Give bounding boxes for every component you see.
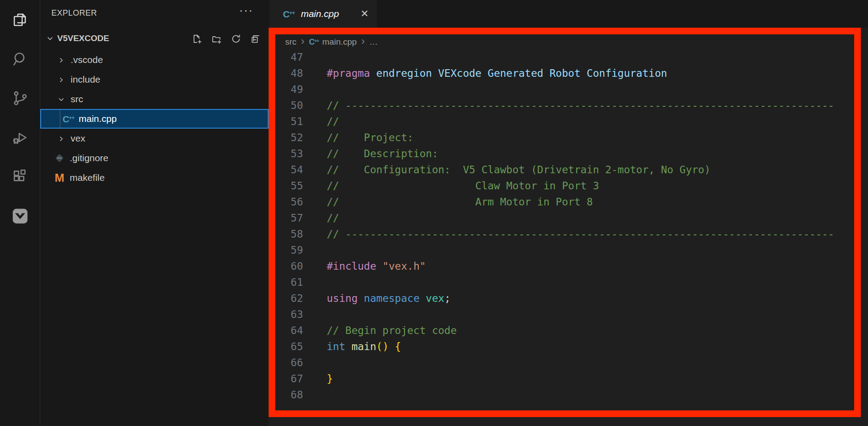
code-line-62[interactable]: 62using namespace vex; bbox=[275, 290, 854, 306]
code-line-64[interactable]: 64// Begin project code bbox=[275, 322, 854, 338]
cpp-file-icon: C++ bbox=[63, 114, 74, 124]
file-tree: .vscodeincludesrcC++main.cppvex.gitignor… bbox=[40, 50, 269, 188]
vscode-window: EXPLORER ··· V5VEXCODE .vscodeincludesrc… bbox=[0, 0, 868, 426]
tab-label: main.cpp bbox=[301, 8, 339, 19]
source-control-icon[interactable] bbox=[0, 79, 40, 118]
new-folder-icon[interactable] bbox=[211, 33, 222, 45]
code-line-49[interactable]: 49 bbox=[275, 81, 854, 97]
code-line-63[interactable]: 63 bbox=[275, 306, 854, 322]
line-number: 63 bbox=[275, 306, 303, 322]
code-line-53[interactable]: 53// Description: bbox=[275, 146, 854, 162]
code-text: // bbox=[327, 113, 339, 129]
activity-bar bbox=[0, 0, 40, 426]
code-line-56[interactable]: 56// Arm Motor in Port 8 bbox=[275, 194, 854, 210]
tree-item-makefile[interactable]: Mmakefile bbox=[40, 168, 269, 188]
makefile-icon: M bbox=[54, 172, 65, 184]
line-number: 67 bbox=[275, 371, 303, 387]
line-number: 51 bbox=[275, 113, 303, 129]
workspace-section-row[interactable]: V5VEXCODE bbox=[40, 29, 269, 48]
annotation-rectangle: src › C++ main.cpp › … 4748#pragma endre… bbox=[269, 28, 861, 417]
git-file-icon bbox=[54, 152, 65, 164]
run-debug-icon[interactable] bbox=[0, 118, 40, 157]
line-number: 65 bbox=[275, 338, 303, 355]
code-line-59[interactable]: 59 bbox=[275, 242, 854, 258]
files-icon[interactable] bbox=[0, 0, 40, 39]
line-number: 62 bbox=[275, 290, 303, 306]
line-number: 59 bbox=[275, 242, 303, 258]
chevron-right-icon bbox=[57, 134, 65, 142]
line-number: 49 bbox=[275, 81, 303, 97]
code-line-50[interactable]: 50// -----------------------------------… bbox=[275, 97, 854, 113]
code-line-48[interactable]: 48#pragma endregion VEXcode Generated Ro… bbox=[275, 65, 854, 81]
tree-item-vex[interactable]: vex bbox=[40, 129, 269, 148]
code-text: #include "vex.h" bbox=[327, 258, 426, 274]
indent-guide bbox=[60, 110, 60, 128]
collapse-folders-icon[interactable] bbox=[250, 33, 261, 45]
line-number: 53 bbox=[275, 146, 303, 162]
chevron-right-icon: › bbox=[361, 36, 365, 46]
explorer-title: EXPLORER bbox=[51, 8, 97, 18]
tree-item-src[interactable]: src bbox=[40, 89, 269, 109]
breadcrumb: src › C++ main.cpp › … bbox=[275, 34, 854, 49]
code-line-61[interactable]: 61 bbox=[275, 274, 854, 290]
search-icon[interactable] bbox=[0, 39, 40, 79]
vex-extension-icon[interactable] bbox=[0, 196, 40, 236]
line-number: 47 bbox=[275, 49, 303, 65]
close-tab-icon[interactable]: ✕ bbox=[361, 8, 369, 20]
chevron-down-icon bbox=[57, 95, 65, 103]
tree-item-label: makefile bbox=[70, 172, 105, 183]
code-text: // Description: bbox=[327, 146, 438, 162]
tree-item-label: src bbox=[71, 94, 83, 104]
more-actions-icon[interactable]: ··· bbox=[239, 4, 253, 17]
code-line-57[interactable]: 57// bbox=[275, 210, 854, 226]
code-line-68[interactable]: 68 bbox=[275, 387, 854, 403]
code-text: #pragma endregion VEXcode Generated Robo… bbox=[327, 65, 667, 81]
code-line-58[interactable]: 58// -----------------------------------… bbox=[275, 226, 854, 242]
code-text: // -------------------------------------… bbox=[327, 97, 834, 113]
tree-item-main-cpp[interactable]: C++main.cpp bbox=[40, 109, 269, 129]
tab-strip: C++ main.cpp ✕ bbox=[269, 0, 868, 28]
code-line-54[interactable]: 54// Configuration: V5 Clawbot (Drivetra… bbox=[275, 162, 854, 178]
line-number: 52 bbox=[275, 129, 303, 146]
code-text: int main() { bbox=[327, 338, 401, 355]
tab-main-cpp[interactable]: C++ main.cpp ✕ bbox=[270, 0, 377, 28]
explorer-header: EXPLORER ··· bbox=[40, 6, 269, 21]
tree-item-gitignore[interactable]: .gitignore bbox=[40, 148, 269, 168]
breadcrumb-folder[interactable]: src bbox=[285, 37, 296, 47]
code-line-65[interactable]: 65int main() { bbox=[275, 338, 854, 355]
code-editor[interactable]: 4748#pragma endregion VEXcode Generated … bbox=[275, 49, 854, 410]
breadcrumb-file[interactable]: main.cpp bbox=[322, 37, 357, 47]
breadcrumb-symbol[interactable]: … bbox=[369, 37, 378, 47]
code-text: // Arm Motor in Port 8 bbox=[327, 194, 593, 210]
line-number: 66 bbox=[275, 355, 303, 371]
chevron-right-icon bbox=[57, 56, 65, 64]
line-number: 58 bbox=[275, 226, 303, 242]
code-line-67[interactable]: 67} bbox=[275, 371, 854, 387]
tree-item-label: include bbox=[71, 74, 101, 85]
code-line-55[interactable]: 55// Claw Motor in Port 3 bbox=[275, 178, 854, 194]
line-number: 56 bbox=[275, 194, 303, 210]
code-line-47[interactable]: 47 bbox=[275, 49, 854, 65]
refresh-explorer-icon[interactable] bbox=[230, 33, 242, 45]
code-line-51[interactable]: 51// bbox=[275, 113, 854, 129]
line-number: 68 bbox=[275, 387, 303, 403]
chevron-right-icon: › bbox=[301, 36, 304, 46]
code-text: // -------------------------------------… bbox=[327, 226, 834, 242]
tree-item-label: vex bbox=[71, 133, 85, 144]
chevron-right-icon bbox=[57, 75, 65, 84]
tree-item-vscode[interactable]: .vscode bbox=[40, 50, 269, 70]
line-number: 48 bbox=[275, 65, 303, 81]
tree-item-include[interactable]: include bbox=[40, 70, 269, 89]
cpp-file-icon: C++ bbox=[283, 9, 295, 19]
new-file-icon[interactable] bbox=[191, 33, 202, 45]
code-text: } bbox=[327, 371, 333, 387]
code-text: // Configuration: V5 Clawbot (Drivetrain… bbox=[327, 162, 711, 178]
chevron-down-icon bbox=[46, 34, 55, 43]
code-text: // Project: bbox=[327, 129, 413, 146]
line-number: 57 bbox=[275, 210, 303, 226]
code-line-52[interactable]: 52// Project: bbox=[275, 129, 854, 146]
code-line-66[interactable]: 66 bbox=[275, 355, 854, 371]
code-text: // Claw Motor in Port 3 bbox=[327, 178, 599, 194]
code-line-60[interactable]: 60#include "vex.h" bbox=[275, 258, 854, 274]
extensions-icon[interactable] bbox=[0, 157, 40, 196]
